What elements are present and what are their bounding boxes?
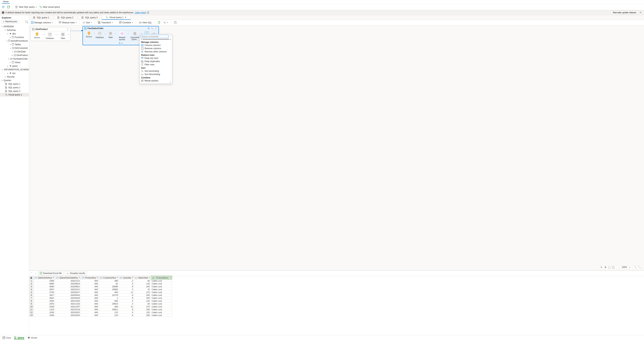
tree-security[interactable]: ▸Security	[0, 75, 29, 79]
grid-row[interactable]: 11131920210118843299118200Cable Lock	[29, 308, 172, 311]
external-link-icon[interactable]	[147, 12, 149, 14]
node-step-source[interactable]: Source	[84, 31, 94, 38]
grid-header-salesorderkey[interactable]: 123 SalesOrderKey▾	[34, 276, 55, 279]
grid-row[interactable]: 1031992021120784356411275Cable Lock	[29, 305, 172, 308]
tab-sql-query-1[interactable]: SQL query 1	[29, 15, 54, 20]
toolbar-save-icon[interactable]	[158, 21, 160, 24]
popup-item-keep-duplicates[interactable]: Keep duplicates	[140, 60, 172, 63]
popup-search-input[interactable]	[140, 35, 168, 38]
grid-row[interactable]: 739222022041884318200Cable Lock	[29, 297, 172, 300]
grid-header-customerkey[interactable]: 123 CustomerKey▾	[99, 276, 119, 279]
results-grid[interactable]: ▦123 SalesOrderKey▾123 SalesOrderDateKey…	[29, 276, 172, 317]
node-step-database[interactable]: Database	[95, 31, 104, 38]
new-report-icon[interactable]	[7, 5, 10, 8]
popup-item-sort-ascending[interactable]: Sort ascending	[140, 69, 172, 73]
node-menu-icon[interactable]: ⋮	[66, 28, 69, 30]
popup-item-remove-columns[interactable]: Remove columns	[140, 47, 172, 50]
grid-row[interactable]: 537342022031784340011275Cable Lock	[29, 291, 172, 294]
toolbar-reduce-rows[interactable]: Reduce rows▾	[58, 21, 76, 24]
tab-sql-query-2[interactable]: SQL query 2	[54, 15, 78, 20]
tree-tables[interactable]: ▾Tables	[0, 43, 29, 46]
linked-queries-count[interactable]: 1	[122, 42, 122, 44]
bottom-tab-query[interactable]: Query	[14, 336, 24, 339]
popup-scroll-down-arrow[interactable]: ▼	[140, 82, 172, 84]
popup-item-remove-other-columns[interactable]: Remove other columns	[140, 50, 172, 53]
zoom-in-button[interactable]: +	[628, 266, 631, 268]
tree-query-sql3[interactable]: SQL query 3	[0, 89, 29, 93]
popup-scroll-up-arrow[interactable]: ▲	[170, 34, 171, 36]
node-step-database[interactable]: Database	[45, 32, 55, 39]
toolbar-manage-columns[interactable]: Manage columns▾	[31, 21, 53, 24]
zoom-out-button[interactable]: −	[618, 266, 620, 268]
grid-corner[interactable]: ▦	[29, 276, 34, 279]
info-bar-close-icon[interactable]: ✕	[640, 11, 642, 14]
toolbar-open-icon[interactable]	[174, 21, 177, 24]
tree-storedprocedures[interactable]: ▸StoredProcedures	[0, 39, 29, 43]
visualize-results-button[interactable]: Visualize results	[65, 271, 87, 275]
tree-schema-information[interactable]: ▸INFORMATION_SCHEMA	[0, 68, 29, 71]
popup-item-filter-rows[interactable]: Filter rows	[140, 63, 172, 66]
grid-row[interactable]: 929762021110284329915250Cable Lock	[29, 302, 172, 305]
node-step-table[interactable]: Table	[106, 31, 115, 38]
tree-root-warehouse[interactable]: ▾DP000DW	[0, 25, 29, 28]
collapse-arrows-icon[interactable]	[634, 266, 637, 268]
bottom-tab-model[interactable]: Model	[28, 337, 37, 339]
node-step-expanded[interactable]: Expanded DimPr...	[129, 31, 141, 40]
grid-header-salesorderdatekey[interactable]: 123 SalesOrderDateKey▾	[55, 276, 81, 279]
popup-item-keep-top-rows[interactable]: Keep top rows	[140, 56, 172, 60]
ribbon-tab-home[interactable]: Home	[2, 0, 10, 3]
toolbar-view-sql[interactable]: View SQL	[139, 21, 152, 24]
node-link-icon[interactable]	[148, 27, 150, 30]
expand-arrows-icon[interactable]	[638, 266, 640, 268]
node-step-source[interactable]: Source	[32, 32, 42, 39]
node-output-port-dim[interactable]	[70, 30, 72, 31]
fit-to-screen-icon[interactable]: ▢	[608, 266, 610, 268]
grid-row[interactable]: 121536202102228431315125Cable Lock	[29, 311, 172, 314]
refresh-icon[interactable]	[2, 5, 5, 8]
visual-query-canvas[interactable]: DimProduct ⋮ Source Database Table	[29, 25, 644, 270]
grid-row[interactable]: 131558202102248432148200Cable Lock	[29, 314, 172, 317]
explorer-search-icon[interactable]	[25, 20, 28, 23]
add-warehouses-button[interactable]: + Warehouses	[2, 20, 19, 23]
new-sql-query-button[interactable]: New SQL query ▾	[15, 5, 37, 8]
toolbar-sort[interactable]: Sort▾	[82, 21, 92, 24]
popup-item-merge-queries[interactable]: Merge queries	[140, 79, 172, 82]
tree-schema-dbo[interactable]: ▾dbo	[0, 32, 29, 35]
grid-row[interactable]: 6391720220416843297788200Cable Lock	[29, 294, 172, 297]
tab-close-icon[interactable]: ✕	[124, 16, 126, 19]
learn-more-link[interactable]: Learn more	[135, 11, 146, 14]
grid-row[interactable]: 1530620221121843480250Cable Lock	[29, 279, 172, 282]
grid-row[interactable]: 2468520220819843525125Cable Lock	[29, 282, 172, 285]
tab-visual-query-1[interactable]: Visual query 1✕	[102, 15, 131, 20]
reset-view-icon[interactable]: ↻	[600, 266, 603, 268]
results-collapse-up-icon[interactable]: ⌃	[30, 272, 33, 275]
tree-functions[interactable]: ▸Functions	[0, 35, 29, 39]
new-visual-query-button[interactable]: New visual query	[39, 5, 60, 8]
popup-item-choose-columns[interactable]: Choose columns	[140, 44, 172, 47]
toolbar-settings-icon[interactable]: ▾	[164, 21, 168, 24]
toolbar-transform[interactable]: Transform▾	[98, 21, 113, 24]
pan-icon[interactable]: ✥	[604, 266, 606, 268]
tree-views[interactable]: ▸Views	[0, 61, 29, 64]
node-input-port-fact[interactable]	[81, 30, 82, 31]
tree-query-visual1[interactable]: Visual query 1	[0, 93, 29, 97]
node-collapse-icon[interactable]	[151, 27, 154, 30]
node-step-table[interactable]: Table	[58, 32, 68, 39]
tree-table-factsalesorder[interactable]: ▸FactSalesOrder	[0, 57, 29, 61]
popup-item-sort-descending[interactable]: Sort descending	[140, 73, 172, 76]
tree-queries[interactable]: ▾Queries	[0, 79, 29, 82]
download-excel-button[interactable]: Download Excel file	[38, 271, 64, 275]
tree-schema-guest[interactable]: ▸guest	[0, 64, 29, 68]
grid-header-productname[interactable]: ABC ProductName▽	[151, 276, 172, 279]
grid-header-salestotal[interactable]: 1.2 SalesTotal▾	[134, 276, 151, 279]
grid-header-productkey[interactable]: 123 ProductKey▾	[81, 276, 99, 279]
tree-table-dimproduct[interactable]: ▸DimProduct	[0, 53, 29, 57]
manually-update-dataset-button[interactable]: Manually update dataset	[611, 11, 638, 14]
tree-schemas[interactable]: ▾Schemas	[0, 28, 29, 32]
grid-row[interactable]: 450072022101184329583375Cable Lock	[29, 288, 172, 291]
grid-row[interactable]: 82932202110248436655125Cable Lock	[29, 300, 172, 302]
toolbar-combine[interactable]: Combine▾	[119, 21, 133, 24]
node-step-merged[interactable]: Merged queries	[117, 31, 128, 40]
grid-header-quantity[interactable]: 123 Quantity▾	[119, 276, 134, 279]
results-collapse-down-icon[interactable]: ⌄	[34, 272, 37, 275]
